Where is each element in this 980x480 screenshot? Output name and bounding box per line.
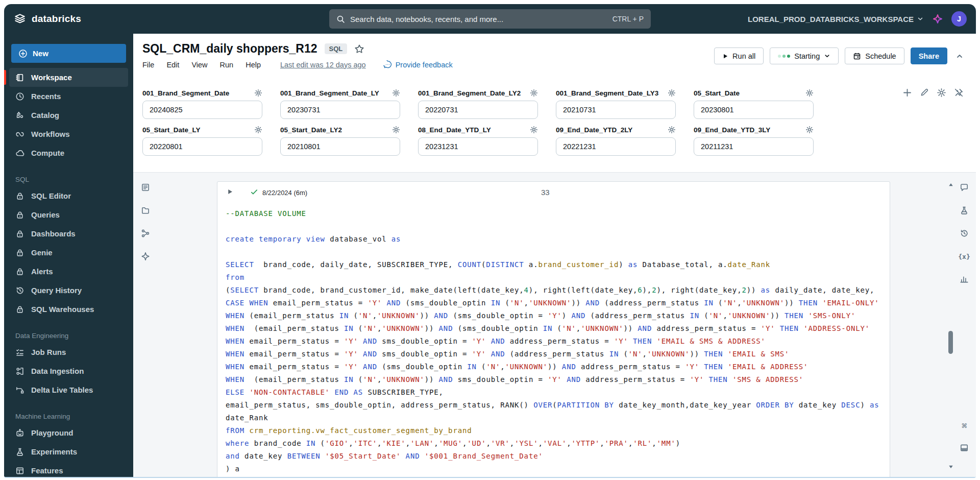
menu-view[interactable]: View — [191, 61, 207, 69]
gear-icon[interactable] — [805, 89, 814, 97]
sidebar-item-workflows[interactable]: Workflows — [9, 125, 128, 143]
new-button[interactable]: New — [11, 44, 126, 63]
gear-icon[interactable] — [392, 89, 400, 97]
run-cell-play-icon[interactable] — [227, 188, 233, 195]
databricks-brand[interactable]: databricks — [13, 12, 81, 26]
feedback-label: Provide feedback — [396, 61, 453, 69]
widget-value-input[interactable]: 20231231 — [418, 137, 538, 156]
gear-icon[interactable] — [392, 126, 400, 134]
scroll-up-arrow-icon[interactable] — [948, 181, 954, 190]
command-icon[interactable]: ⌘ — [958, 420, 970, 431]
gear-icon[interactable] — [668, 89, 676, 97]
run-all-button[interactable]: Run all — [714, 47, 764, 64]
sparkle-icon[interactable] — [139, 251, 152, 262]
toc-icon[interactable] — [139, 182, 152, 193]
sidebar-item-compute[interactable]: Compute — [9, 143, 128, 162]
share-button[interactable]: Share — [911, 47, 947, 64]
folder-icon[interactable] — [139, 205, 152, 216]
widget-001_brand_segment_date_ly3: 001_Brand_Segment_Date_LY320210731 — [556, 89, 676, 119]
comment-icon[interactable] — [958, 182, 970, 193]
menu-run[interactable]: Run — [220, 61, 234, 69]
widget-value-input[interactable]: 20211231 — [694, 137, 814, 156]
edit-widgets-pencil-icon[interactable] — [920, 88, 929, 98]
new-button-label: New — [33, 49, 48, 58]
sidebar-item-data-ingestion[interactable]: Data Ingestion — [9, 362, 128, 380]
chart-icon[interactable] — [958, 274, 970, 285]
assistant-sparkle-icon[interactable] — [932, 13, 943, 25]
scrollbar-thumb[interactable] — [948, 331, 953, 354]
widget-value-input[interactable]: 20230731 — [280, 101, 400, 119]
widget-settings-gear-icon[interactable] — [937, 88, 946, 98]
add-widget-plus-icon[interactable] — [902, 88, 912, 98]
gear-icon[interactable] — [805, 126, 814, 134]
gear-icon[interactable] — [254, 126, 262, 134]
sidebar-item-delta-live-tables[interactable]: Delta Live Tables — [9, 380, 128, 399]
sidebar-item-sql-warehouses[interactable]: SQL Warehouses — [9, 300, 128, 319]
gear-icon[interactable] — [254, 89, 262, 97]
gear-icon[interactable] — [668, 126, 676, 134]
search-input[interactable]: Search data, notebooks, recents, and mor… — [329, 9, 651, 29]
sidebar-item-label: Workflows — [31, 130, 70, 138]
widget-value-input[interactable]: 20230801 — [694, 101, 814, 119]
menu-edit[interactable]: Edit — [166, 61, 179, 69]
workflows-icon — [15, 130, 24, 139]
scroll-down-arrow-icon[interactable] — [948, 463, 954, 472]
panel-icon[interactable] — [958, 442, 970, 453]
braces-icon[interactable]: {x} — [958, 251, 970, 262]
sidebar-item-job-runs[interactable]: Job Runs — [9, 343, 128, 362]
widget-value-input[interactable]: 20221231 — [556, 137, 676, 156]
pipeline-icon — [15, 386, 24, 395]
unpin-widgets-pin-slash-icon[interactable] — [954, 88, 964, 98]
sidebar-item-experiments[interactable]: Experiments — [9, 442, 128, 461]
provide-feedback-link[interactable]: Provide feedback — [383, 60, 453, 69]
widget-value-input[interactable]: 20220801 — [142, 137, 262, 156]
code-line: WHEN (email_perm_status IN ('N','UNKNOWN… — [226, 322, 890, 335]
menu-help[interactable]: Help — [246, 61, 261, 69]
sidebar-item-playground[interactable]: Playground — [9, 423, 128, 442]
menu-file[interactable]: File — [142, 61, 154, 69]
sidebar-item-catalog[interactable]: Catalog — [9, 106, 128, 125]
lock-icon — [15, 267, 24, 276]
widget-value-input[interactable]: 20210801 — [280, 137, 400, 156]
collapse-header-chevron-up-icon[interactable] — [953, 50, 966, 62]
gear-icon[interactable] — [530, 126, 538, 134]
widget-label: 05_Start_Date_LY — [142, 126, 201, 134]
widget-value-input[interactable]: 20210731 — [556, 101, 676, 119]
sql-code-editor[interactable]: --DATABASE VOLUMEcreate temporary view d… — [217, 207, 890, 477]
sidebar-item-dashboards[interactable]: Dashboards — [9, 224, 128, 243]
widget-09_end_date_ytd_2ly: 09_End_Date_YTD_2LY20221231 — [556, 126, 676, 156]
gear-icon[interactable] — [530, 89, 538, 97]
sidebar-item-sql-editor[interactable]: SQL Editor — [9, 186, 128, 205]
sidebar-item-recents[interactable]: Recents — [9, 87, 128, 106]
last-edit-link[interactable]: Last edit was 12 days ago — [280, 61, 366, 69]
cell-last-run-timestamp[interactable]: 8/22/2024 (6m) — [262, 189, 307, 197]
history-icon[interactable] — [958, 228, 970, 239]
language-badge[interactable]: SQL — [325, 43, 348, 54]
widget-label: 09_End_Date_YTD_2LY — [556, 126, 632, 134]
sidebar-item-label: Alerts — [31, 267, 53, 276]
notebook-scrollbar[interactable] — [947, 173, 955, 477]
widget-05_start_date_ly: 05_Start_Date_LY20220801 — [142, 126, 262, 156]
sidebar-item-queries[interactable]: Queries — [9, 205, 128, 224]
favorite-star-icon[interactable] — [354, 44, 364, 54]
schedule-button[interactable]: Schedule — [845, 47, 904, 64]
sidebar-item-query-history[interactable]: Query History — [9, 281, 128, 300]
lock-icon — [15, 229, 24, 238]
cell-header: 8/22/2024 (6m) 33 — [217, 182, 890, 202]
widget-value-input[interactable]: 20240825 — [142, 101, 262, 119]
cluster-status-button[interactable]: Starting — [770, 47, 839, 64]
cell-number: 33 — [541, 188, 550, 197]
sidebar-item-features[interactable]: Features — [9, 461, 128, 477]
widget-08_end_date_ytd_ly: 08_End_Date_YTD_LY20231231 — [418, 126, 538, 156]
widget-value-input[interactable]: 20220731 — [418, 101, 538, 119]
sidebar-item-genie[interactable]: Genie — [9, 243, 128, 262]
sidebar-item-alerts[interactable]: Alerts — [9, 262, 128, 281]
sidebar-item-workspace[interactable]: Workspace — [9, 68, 128, 87]
lineage-icon[interactable] — [139, 228, 152, 239]
flask-icon[interactable] — [958, 205, 970, 216]
avatar[interactable]: J — [951, 11, 967, 27]
notebook-title[interactable]: SQL_CRM_daily shoppers_R12 — [142, 42, 317, 56]
workspace-selector[interactable]: LOREAL_PROD_DATABRICKS_WORKSPACE — [748, 15, 924, 23]
sidebar-item-label: Features — [31, 466, 63, 475]
run-all-label: Run all — [732, 52, 755, 60]
